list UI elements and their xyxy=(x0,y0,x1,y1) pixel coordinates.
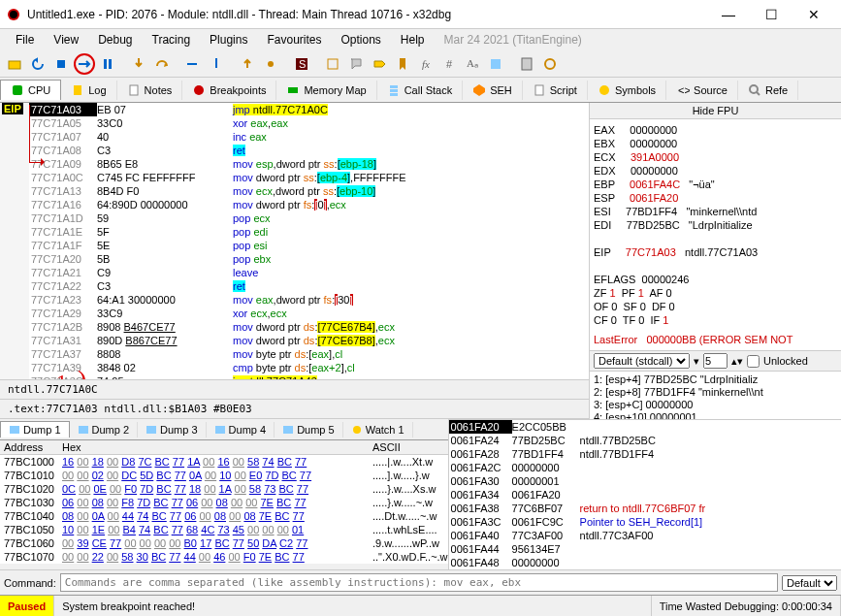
dump-row[interactable]: 77BC105010 00 1E 00 B4 74 BC 77 68 4C 73… xyxy=(0,523,448,536)
tab-call-stack[interactable]: Call Stack xyxy=(377,81,464,100)
tab-memory-map[interactable]: Memory Map xyxy=(276,81,376,100)
tab-source[interactable]: <>Source xyxy=(666,81,738,100)
trace-over-icon[interactable] xyxy=(206,53,227,75)
disasm-row[interactable]: 77C71A2933C9xor ecx,ecx xyxy=(29,307,589,320)
menu-plugins[interactable]: Plugins xyxy=(200,31,257,49)
tab-log[interactable]: Log xyxy=(61,81,116,100)
open-icon[interactable] xyxy=(4,53,25,75)
disasm-row[interactable]: 77C71A21C9leave xyxy=(29,266,589,279)
minimize-button[interactable]: — xyxy=(707,1,750,28)
registers[interactable]: EAX 00000000 EBX 00000000 ECX 391A0000 E… xyxy=(590,119,841,350)
disassembly[interactable]: EIP 77C71A03EB 07jmp ntdll.77C71A0C77C71… xyxy=(0,103,589,379)
disasm-row[interactable]: 77C71A3C74 05je ntdll.77C71A43 xyxy=(29,374,589,379)
stop-icon[interactable] xyxy=(50,53,72,75)
disasm-row[interactable]: 77C71A2B8908 B467CE77mov dword ptr ds:[7… xyxy=(29,320,589,334)
disasm-row[interactable]: 77C71A31890D B867CE77mov dword ptr ds:[7… xyxy=(29,334,589,347)
menu-favourites[interactable]: Favourites xyxy=(257,31,331,49)
calling-convention-select[interactable]: Default (stdcall) xyxy=(594,353,690,369)
stack-row[interactable]: 0061FA3000000001 xyxy=(449,474,841,488)
trace-into-icon[interactable] xyxy=(182,53,204,75)
strings-icon[interactable]: Aₐ xyxy=(462,53,483,75)
dump-view[interactable]: Address Hex ASCII 77BC100016 00 18 00 D8… xyxy=(0,440,448,564)
dump-row[interactable]: 77BC103006 00 08 00 F8 7D BC 77 06 00 08… xyxy=(0,496,448,509)
step-into-icon[interactable] xyxy=(128,53,149,75)
stack-row[interactable]: 0061FA44956134E7 xyxy=(449,542,841,556)
disasm-row[interactable]: 77C71A1664:890D 00000000mov dword ptr fs… xyxy=(29,198,589,211)
menu-options[interactable]: Options xyxy=(331,31,390,49)
tab-breakpoints[interactable]: Breakpoints xyxy=(182,81,276,100)
functions-icon[interactable]: fx xyxy=(415,53,437,75)
disasm-row[interactable]: 77C71A378808mov byte ptr ds:[eax],cl xyxy=(29,347,589,361)
settings-icon[interactable] xyxy=(539,53,561,75)
disasm-row[interactable]: 77C71A0CC745 FC FEFFFFFFmov dword ptr ss… xyxy=(29,171,589,184)
disasm-row[interactable]: 77C71A1F5Epop esi xyxy=(29,239,589,252)
disasm-row[interactable]: 77C71A393848 02cmp byte ptr ds:[eax+2],c… xyxy=(29,361,589,374)
command-input[interactable] xyxy=(60,573,778,592)
dump-tab-3[interactable]: Dump 3 xyxy=(138,422,207,438)
menu-tracing[interactable]: Tracing xyxy=(143,31,201,49)
disasm-row[interactable]: 77C71A1D59pop ecx xyxy=(29,211,589,225)
scylla-icon[interactable]: S xyxy=(291,53,312,75)
stack-row[interactable]: 0061FA4077C3AF00ntdll.77C3AF00 xyxy=(449,529,841,542)
tab-cpu[interactable]: CPU xyxy=(0,80,61,100)
dump-row[interactable]: 77BC107000 00 22 00 58 30 BC 77 44 00 46… xyxy=(0,550,448,564)
close-button[interactable]: ✕ xyxy=(792,1,835,28)
restart-icon[interactable] xyxy=(27,53,49,75)
menu-view[interactable]: View xyxy=(44,31,88,49)
bookmarks-icon[interactable] xyxy=(392,53,413,75)
stack-row[interactable]: 0061FA20E2CC05BB xyxy=(449,420,841,434)
disasm-row[interactable]: 77C71A098B65 E8mov esp,dword ptr ss:[ebp… xyxy=(29,157,589,171)
disasm-row[interactable]: 77C71A22C3ret xyxy=(29,279,589,293)
unlocked-checkbox[interactable] xyxy=(747,355,760,368)
labels-icon[interactable] xyxy=(369,53,390,75)
stack-row[interactable]: 0061FA4800000000 xyxy=(449,556,841,569)
stack-row[interactable]: 0061FA340061FA20 xyxy=(449,488,841,502)
variables-icon[interactable]: # xyxy=(438,53,460,75)
calculator-icon[interactable] xyxy=(516,53,537,75)
command-mode-select[interactable]: Default xyxy=(782,575,837,591)
stack-row[interactable]: 0061FA3877C6BF07return to ntdll.77C6BF07… xyxy=(449,502,841,515)
run-to-icon[interactable] xyxy=(260,53,281,75)
stack-row[interactable]: 0061FA2C00000000 xyxy=(449,461,841,474)
comments-icon[interactable] xyxy=(345,53,367,75)
pause-icon[interactable] xyxy=(97,53,118,75)
tab-references[interactable]: Refe xyxy=(738,81,798,100)
watch-tab[interactable]: Watch 1 xyxy=(343,422,413,438)
tab-symbols[interactable]: Symbols xyxy=(588,81,666,100)
patches-icon[interactable] xyxy=(322,53,343,75)
stack-row[interactable]: 0061FA2477BD25BCntdll.77BD25BC xyxy=(449,434,841,447)
disasm-row[interactable]: 77C71A205Bpop ebx xyxy=(29,252,589,266)
dump-row[interactable]: 77BC100016 00 18 00 D8 7C BC 77 1A 00 16… xyxy=(0,455,448,469)
disasm-row[interactable]: 77C71A2364:A1 30000000mov eax,dword ptr … xyxy=(29,293,589,307)
disasm-row[interactable]: 77C71A08C3ret xyxy=(29,144,589,157)
dump-row[interactable]: 77BC101000 00 02 00 DC 5D BC 77 0A 00 10… xyxy=(0,469,448,482)
args-list[interactable]: 1: [esp+4] 77BD25BC "LdrpInitializ2: [es… xyxy=(590,372,841,419)
dump-tab-4[interactable]: Dump 4 xyxy=(207,422,275,438)
calls-icon[interactable] xyxy=(485,53,506,75)
dump-row[interactable]: 77BC10200C 00 0E 00 F0 7D BC 77 18 00 1A… xyxy=(0,482,448,496)
step-out-icon[interactable] xyxy=(237,53,258,75)
menu-file[interactable]: File xyxy=(6,31,44,49)
stack-view[interactable]: 0061FA20E2CC05BB0061FA2477BD25BCntdll.77… xyxy=(449,419,841,569)
dump-row[interactable]: 77BC106000 39 CE 77 00 00 00 00 B0 17 BC… xyxy=(0,536,448,550)
stack-row[interactable]: 0061FA3C0061FC9CPointer to SEH_Record[1] xyxy=(449,515,841,529)
dump-tab-1[interactable]: Dump 1 xyxy=(0,421,70,438)
disasm-row[interactable]: 77C71A0740inc eax xyxy=(29,130,589,144)
tab-notes[interactable]: Notes xyxy=(117,81,183,100)
dump-row[interactable]: 77BC104008 00 0A 00 44 74 BC 77 06 00 08… xyxy=(0,509,448,523)
tab-seh[interactable]: SEH xyxy=(463,81,523,100)
tab-script[interactable]: Script xyxy=(523,81,588,100)
dump-tab-2[interactable]: Dump 2 xyxy=(70,422,139,438)
disasm-row[interactable]: 77C71A138B4D F0mov ecx,dword ptr ss:[ebp… xyxy=(29,184,589,198)
step-over-icon[interactable] xyxy=(151,53,173,75)
run-icon[interactable] xyxy=(74,53,95,75)
menu-help[interactable]: Help xyxy=(391,31,435,49)
maximize-button[interactable]: ☐ xyxy=(750,1,792,28)
disasm-row[interactable]: 77C71A03EB 07jmp ntdll.77C71A0C xyxy=(29,103,589,116)
disasm-row[interactable]: 77C71A1E5Fpop edi xyxy=(29,225,589,239)
fpu-toggle[interactable]: Hide FPU xyxy=(590,103,841,119)
menu-debug[interactable]: Debug xyxy=(88,31,142,49)
dump-tab-5[interactable]: Dump 5 xyxy=(275,422,343,438)
disasm-row[interactable]: 77C71A0533C0xor eax,eax xyxy=(29,116,589,130)
arg-count-input[interactable] xyxy=(703,353,728,369)
